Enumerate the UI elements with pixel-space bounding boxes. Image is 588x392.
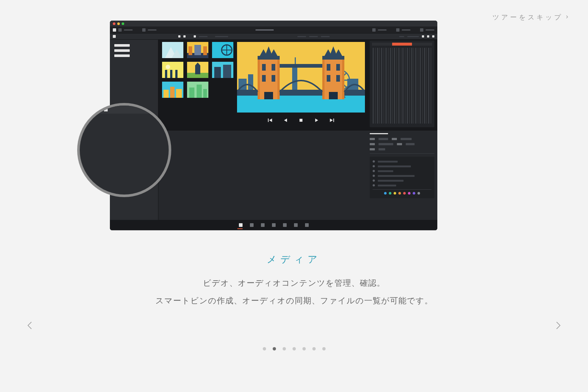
color-swatch[interactable] <box>394 192 396 195</box>
metadata-panel <box>370 133 434 223</box>
svg-rect-65 <box>327 64 330 71</box>
svg-marker-74 <box>315 118 318 122</box>
svg-rect-54 <box>262 64 266 71</box>
prev-button[interactable] <box>18 309 43 345</box>
color-swatch[interactable] <box>403 192 406 195</box>
thumbnail <box>187 62 208 78</box>
skip-tour-button[interactable]: ツアーをスキップ <box>492 13 570 22</box>
magnifier-highlight <box>77 103 171 197</box>
page-dot[interactable] <box>312 347 316 350</box>
step-back-icon[interactable] <box>283 117 288 123</box>
toolbar-label <box>148 29 157 31</box>
stop-icon[interactable] <box>298 117 304 123</box>
thumbnail <box>212 42 233 58</box>
page-tab[interactable] <box>283 223 287 227</box>
page-underline <box>237 228 243 229</box>
svg-rect-27 <box>176 89 182 98</box>
jump-end-icon[interactable] <box>329 117 335 123</box>
subtoolbar-label <box>407 36 419 37</box>
skip-tour-label: ツアーをスキップ <box>492 13 563 22</box>
thumbnail <box>162 62 183 78</box>
page-dot[interactable] <box>273 347 276 350</box>
svg-rect-30 <box>197 85 202 98</box>
thumbnail-grid <box>162 42 233 98</box>
svg-rect-73 <box>300 119 302 122</box>
subtoolbar-icon <box>432 35 434 38</box>
svg-rect-60 <box>322 56 344 60</box>
page-dot[interactable] <box>293 347 296 350</box>
titlebar <box>110 21 437 26</box>
toolbar-icon <box>372 28 376 32</box>
thumbnail <box>187 42 208 58</box>
meter-tab <box>412 43 432 46</box>
subtoolbar-icon <box>422 35 424 38</box>
thumbnail <box>212 62 233 78</box>
metadata-title <box>370 133 388 134</box>
toolbar-icon <box>420 28 423 32</box>
meter-tab-active <box>392 43 412 46</box>
svg-rect-19 <box>195 65 200 74</box>
svg-rect-67 <box>327 75 330 82</box>
svg-rect-26 <box>170 87 175 98</box>
color-swatch[interactable] <box>389 192 391 195</box>
tour-description-line: スマートビンの作成、オーディオの同期、ファイルの一覧が可能です。 <box>0 292 588 310</box>
page-tab[interactable] <box>261 223 265 227</box>
svg-rect-70 <box>268 118 269 122</box>
page-dot[interactable] <box>263 347 266 350</box>
svg-rect-6 <box>203 46 207 55</box>
page-dot[interactable] <box>302 347 306 350</box>
preview-viewer <box>237 42 365 113</box>
next-button[interactable] <box>545 309 570 345</box>
page-tab[interactable] <box>250 223 254 227</box>
subtoolbar-icon <box>113 35 116 38</box>
thumbnail <box>162 82 183 98</box>
subtoolbar-label <box>321 36 330 37</box>
subtoolbar-label <box>199 36 208 37</box>
page-dot[interactable] <box>283 347 286 350</box>
toolbar-title <box>255 29 274 31</box>
tour-title: メディア <box>0 253 588 266</box>
page-tab[interactable] <box>272 223 276 227</box>
page-tab[interactable] <box>305 223 309 227</box>
svg-rect-68 <box>336 75 340 82</box>
svg-point-13 <box>166 65 170 69</box>
thumbnail <box>162 42 183 58</box>
toolbar <box>110 26 437 33</box>
tour-description: ビデオ、オーディオコンテンツを管理、確認。 スマートビンの作成、オーディオの同期… <box>0 274 588 310</box>
toolbar-icon <box>142 28 146 32</box>
subtoolbar-label <box>297 36 306 37</box>
color-swatch[interactable] <box>384 192 387 195</box>
color-swatch[interactable] <box>413 192 415 195</box>
svg-rect-31 <box>203 89 207 98</box>
color-swatch[interactable] <box>408 192 410 195</box>
subtoolbar-label <box>309 36 318 37</box>
toolbar-label <box>378 29 387 31</box>
subtoolbar-label <box>215 36 228 37</box>
svg-rect-69 <box>280 64 322 68</box>
clip-color-picker <box>373 192 431 195</box>
svg-rect-56 <box>262 75 266 82</box>
hamburger-icon <box>114 44 130 60</box>
page-dot[interactable] <box>322 347 326 350</box>
subtoolbar-icon <box>194 35 196 38</box>
magnified-smart-bin-icon <box>104 108 108 111</box>
page-tab[interactable] <box>239 223 243 227</box>
play-icon[interactable] <box>313 117 319 123</box>
page-tab[interactable] <box>294 223 298 227</box>
svg-rect-23 <box>223 65 231 78</box>
jump-start-icon[interactable] <box>267 117 273 123</box>
audio-meters <box>370 40 434 127</box>
svg-rect-16 <box>175 70 178 78</box>
color-swatch[interactable] <box>417 192 420 195</box>
page-dots <box>0 347 588 350</box>
color-swatch[interactable] <box>398 192 401 195</box>
subtoolbar-label <box>399 36 404 37</box>
window-zoom-icon <box>122 22 124 25</box>
svg-marker-71 <box>269 118 272 122</box>
toolbar-icon <box>113 28 116 32</box>
subtoolbar-icon <box>178 35 180 38</box>
svg-rect-29 <box>189 88 194 98</box>
svg-rect-66 <box>336 64 340 71</box>
meter-tab <box>372 43 392 46</box>
toolbar-label <box>124 29 133 31</box>
